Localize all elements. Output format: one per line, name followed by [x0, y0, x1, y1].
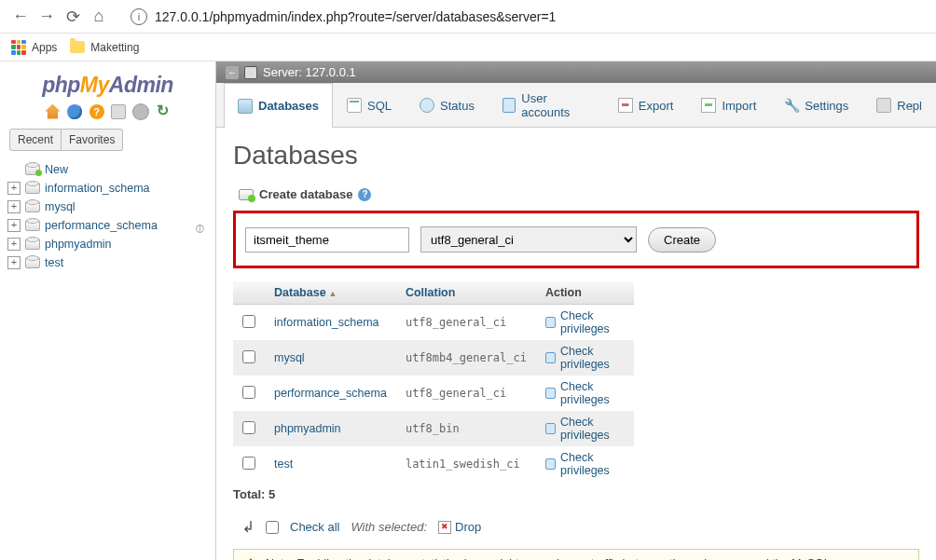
- col-collation[interactable]: Collation: [396, 281, 536, 305]
- col-action: Action: [536, 281, 634, 305]
- tab-databases[interactable]: Databases: [224, 83, 333, 128]
- row-checkbox[interactable]: [242, 350, 255, 363]
- privileges-icon: [545, 352, 556, 363]
- replication-icon: [876, 98, 891, 113]
- row-checkbox[interactable]: [242, 386, 255, 399]
- col-database[interactable]: Database▲: [265, 281, 396, 305]
- db-icon: [25, 183, 40, 194]
- settings-icon[interactable]: [133, 104, 148, 119]
- apps-icon: [11, 40, 26, 55]
- server-link[interactable]: Server: 127.0.0.1: [263, 65, 356, 79]
- privileges-icon: [545, 317, 556, 328]
- table-row: test latin1_swedish_ci Check privileges: [233, 446, 634, 482]
- tree-item-phpmyadmin[interactable]: + phpmyadmin: [7, 235, 208, 253]
- row-collation: utf8mb4_general_ci: [396, 340, 536, 376]
- tab-user-accounts[interactable]: User accounts: [489, 83, 604, 127]
- db-link[interactable]: performance_schema: [274, 387, 387, 400]
- db-icon: [25, 257, 40, 268]
- privileges-icon: [545, 458, 556, 470]
- favorites-tab[interactable]: Favorites: [62, 129, 123, 151]
- tree-item-mysql[interactable]: + mysql: [7, 198, 208, 216]
- docs-icon[interactable]: ?: [89, 104, 104, 119]
- new-db-icon: [25, 164, 40, 175]
- with-selected-label: With selected:: [351, 520, 427, 534]
- row-collation: utf8_general_ci: [396, 305, 536, 341]
- tree-item-information-schema[interactable]: + information_schema: [7, 179, 208, 198]
- collation-select[interactable]: utf8_general_ci: [420, 226, 637, 253]
- tab-export[interactable]: Export: [604, 83, 688, 127]
- row-checkbox[interactable]: [242, 457, 255, 470]
- check-privileges-link[interactable]: Check privileges: [545, 380, 625, 406]
- home-button[interactable]: ⌂: [86, 4, 112, 30]
- db-link[interactable]: information_schema: [274, 316, 379, 329]
- bookmark-bar: Apps Maketting: [0, 34, 936, 61]
- tree-item-test[interactable]: + test: [7, 253, 208, 272]
- url-bar[interactable]: i 127.0.0.1/phpmyadmin/index.php?route=/…: [121, 5, 774, 29]
- tab-settings[interactable]: 🔧Settings: [770, 83, 862, 127]
- reload-nav-icon[interactable]: ↻: [156, 104, 171, 119]
- link-panel-icon[interactable]: ⦶: [196, 220, 204, 236]
- row-checkbox[interactable]: [242, 315, 255, 328]
- row-collation: utf8_general_ci: [396, 376, 536, 411]
- drop-icon: [438, 521, 451, 534]
- tab-replication[interactable]: Repl: [862, 83, 936, 127]
- check-privileges-link[interactable]: Check privileges: [545, 309, 625, 335]
- sidebar: phpMyAdmin ? ↻ Recent Favorites ⦶ New +: [0, 61, 216, 560]
- expand-icon[interactable]: +: [7, 256, 21, 269]
- tab-import[interactable]: Import: [687, 83, 770, 127]
- logo[interactable]: phpMyAdmin: [4, 67, 212, 100]
- expand-icon[interactable]: +: [7, 200, 21, 213]
- sidebar-quick-icons: ? ↻: [4, 100, 212, 123]
- expand-icon[interactable]: +: [7, 219, 21, 232]
- privileges-icon: [545, 388, 556, 399]
- recent-tab[interactable]: Recent: [9, 129, 62, 151]
- privileges-icon: [545, 423, 556, 434]
- tab-status[interactable]: Status: [406, 83, 489, 127]
- reload-button[interactable]: ⟳: [60, 4, 86, 30]
- db-icon: [25, 239, 40, 250]
- db-link[interactable]: phpmyadmin: [274, 422, 341, 435]
- db-link[interactable]: test: [274, 458, 293, 471]
- tree-new[interactable]: New: [7, 160, 208, 179]
- db-link[interactable]: mysql: [274, 351, 305, 364]
- expand-icon[interactable]: +: [7, 238, 21, 251]
- collapse-nav-icon[interactable]: ←: [226, 66, 239, 79]
- check-privileges-link[interactable]: Check privileges: [545, 416, 625, 442]
- create-db-form: utf8_general_ci Create: [233, 211, 919, 268]
- check-privileges-link[interactable]: Check privileges: [545, 451, 625, 477]
- sql-window-icon[interactable]: [111, 104, 126, 119]
- create-db-heading: Create database ?: [233, 187, 919, 201]
- db-icon: [25, 201, 40, 212]
- row-checkbox[interactable]: [242, 421, 255, 434]
- table-row: phpmyadmin utf8_bin Check privileges: [233, 411, 634, 446]
- sidebar-tabs: Recent Favorites: [9, 129, 206, 151]
- apps-bookmark[interactable]: Apps: [11, 40, 57, 55]
- server-icon: [244, 66, 257, 79]
- bulk-arrow-icon: ↳: [242, 518, 255, 536]
- db-name-input[interactable]: [245, 227, 409, 253]
- table-row: information_schema utf8_general_ci Check…: [233, 305, 634, 341]
- help-icon[interactable]: ?: [358, 188, 371, 201]
- tab-sql[interactable]: SQL: [333, 83, 406, 127]
- col-checkbox: [233, 281, 265, 305]
- db-icon: [25, 220, 40, 231]
- maketting-bookmark[interactable]: Maketting: [70, 41, 139, 54]
- check-privileges-link[interactable]: Check privileges: [545, 345, 625, 371]
- tree-item-performance-schema[interactable]: + performance_schema: [7, 216, 208, 235]
- expand-icon[interactable]: +: [7, 182, 21, 195]
- home-icon[interactable]: [45, 104, 60, 119]
- drop-button[interactable]: Drop: [438, 520, 481, 535]
- logout-icon[interactable]: [67, 104, 82, 119]
- status-icon: [420, 98, 434, 113]
- back-button[interactable]: ←: [7, 4, 34, 30]
- top-tabs: Databases SQL Status User accounts Expor…: [216, 83, 936, 128]
- site-info-icon[interactable]: i: [131, 8, 147, 25]
- check-all-link[interactable]: Check all: [290, 520, 339, 534]
- folder-icon: [70, 41, 85, 53]
- row-collation: latin1_swedish_ci: [396, 446, 536, 482]
- browser-toolbar: ← → ⟳ ⌂ i 127.0.0.1/phpmyadmin/index.php…: [0, 0, 936, 34]
- check-all-checkbox[interactable]: [266, 521, 279, 534]
- forward-button[interactable]: →: [34, 4, 60, 30]
- databases-table: Database▲ Collation Action information_s…: [233, 281, 634, 482]
- create-button[interactable]: Create: [648, 227, 716, 253]
